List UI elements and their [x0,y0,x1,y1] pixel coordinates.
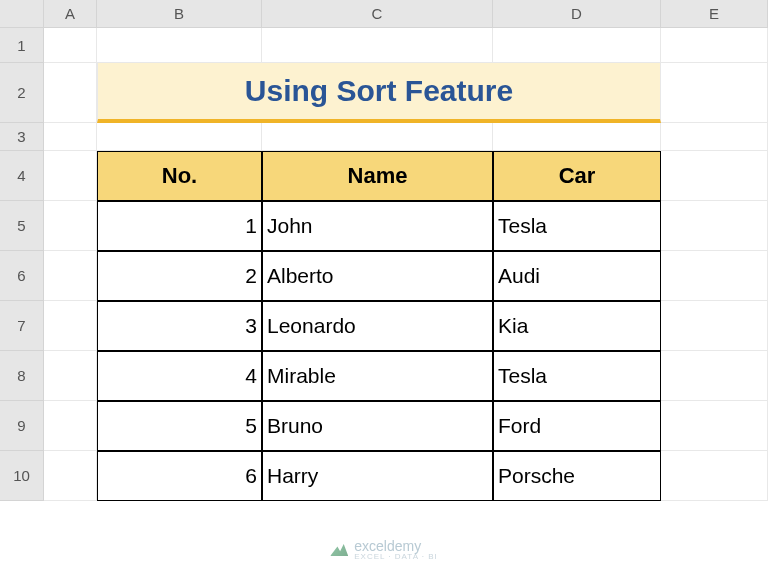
cell-A10[interactable] [44,451,97,501]
cell-E2[interactable] [661,63,768,123]
table-row[interactable]: 1 [97,201,262,251]
logo-icon [330,544,348,556]
col-header-C[interactable]: C [262,0,493,28]
cell-D3[interactable] [493,123,661,151]
cell-E8[interactable] [661,351,768,401]
watermark: exceldemy EXCEL · DATA · BI [330,539,438,561]
table-row[interactable]: Mirable [262,351,493,401]
row-header-7[interactable]: 7 [0,301,44,351]
row-header-6[interactable]: 6 [0,251,44,301]
table-row[interactable]: 6 [97,451,262,501]
row-header-8[interactable]: 8 [0,351,44,401]
table-row[interactable]: Kia [493,301,661,351]
table-row[interactable]: Porsche [493,451,661,501]
table-header-car[interactable]: Car [493,151,661,201]
cell-C1[interactable] [262,28,493,63]
table-row[interactable]: Tesla [493,351,661,401]
cell-A9[interactable] [44,401,97,451]
col-header-B[interactable]: B [97,0,262,28]
table-row[interactable]: Leonardo [262,301,493,351]
spreadsheet-grid: A B C D E 1 2 Using Sort Feature 3 4 No.… [0,0,768,501]
table-row[interactable]: 4 [97,351,262,401]
table-row[interactable]: John [262,201,493,251]
table-header-name[interactable]: Name [262,151,493,201]
cell-E4[interactable] [661,151,768,201]
table-row[interactable]: Harry [262,451,493,501]
cell-B1[interactable] [97,28,262,63]
table-row[interactable]: Audi [493,251,661,301]
table-row[interactable]: Bruno [262,401,493,451]
row-header-9[interactable]: 9 [0,401,44,451]
table-row[interactable]: Ford [493,401,661,451]
cell-B3[interactable] [97,123,262,151]
row-header-3[interactable]: 3 [0,123,44,151]
cell-E9[interactable] [661,401,768,451]
cell-A7[interactable] [44,301,97,351]
table-row[interactable]: 5 [97,401,262,451]
cell-A3[interactable] [44,123,97,151]
cell-E10[interactable] [661,451,768,501]
table-row[interactable]: 2 [97,251,262,301]
cell-A5[interactable] [44,201,97,251]
cell-A6[interactable] [44,251,97,301]
table-header-no[interactable]: No. [97,151,262,201]
col-header-E[interactable]: E [661,0,768,28]
cell-E7[interactable] [661,301,768,351]
row-header-2[interactable]: 2 [0,63,44,123]
cell-A1[interactable] [44,28,97,63]
cell-D1[interactable] [493,28,661,63]
select-all-corner[interactable] [0,0,44,28]
row-header-1[interactable]: 1 [0,28,44,63]
table-row[interactable]: Tesla [493,201,661,251]
table-row[interactable]: 3 [97,301,262,351]
cell-E1[interactable] [661,28,768,63]
cell-A4[interactable] [44,151,97,201]
title-cell[interactable]: Using Sort Feature [97,63,661,123]
col-header-D[interactable]: D [493,0,661,28]
col-header-A[interactable]: A [44,0,97,28]
cell-C3[interactable] [262,123,493,151]
cell-E6[interactable] [661,251,768,301]
row-header-5[interactable]: 5 [0,201,44,251]
cell-A2[interactable] [44,63,97,123]
watermark-brand: exceldemy [354,539,438,553]
cell-E3[interactable] [661,123,768,151]
watermark-sub: EXCEL · DATA · BI [354,553,438,561]
table-row[interactable]: Alberto [262,251,493,301]
cell-A8[interactable] [44,351,97,401]
row-header-4[interactable]: 4 [0,151,44,201]
row-header-10[interactable]: 10 [0,451,44,501]
cell-E5[interactable] [661,201,768,251]
